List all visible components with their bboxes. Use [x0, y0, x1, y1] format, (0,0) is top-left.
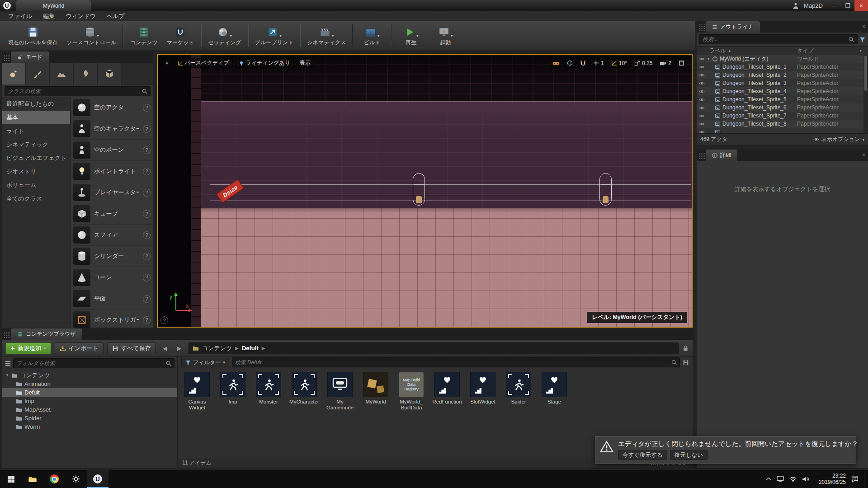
tab-modes[interactable]: モード — [11, 52, 49, 63]
eye-icon[interactable] — [699, 80, 705, 86]
tree-folder-mapasset[interactable]: MapAsset — [2, 405, 177, 414]
eye-icon[interactable] — [699, 121, 705, 127]
show-desktop-strip[interactable] — [864, 470, 866, 488]
forward-button[interactable]: ▶ — [174, 343, 185, 353]
launch-button[interactable]: ▾ 起動 — [428, 23, 462, 48]
help-icon[interactable]: ? — [143, 146, 151, 154]
asset-search-input[interactable] — [232, 357, 680, 367]
import-button[interactable]: インポート — [55, 343, 104, 354]
scrollbar-thumb[interactable] — [864, 56, 867, 91]
outliner-row[interactable]: Dungeon_Tileset_Sprite_8PaperSpriteActor — [697, 120, 863, 128]
asset-myworld[interactable]: MyWorld — [361, 372, 391, 405]
breadcrumb-root[interactable]: コンテンツ — [202, 344, 232, 352]
chrome-button[interactable] — [43, 470, 65, 488]
category-cinematic[interactable]: シネマティック — [2, 138, 70, 151]
blueprints-button[interactable]: ▾ ブループリント — [250, 23, 298, 48]
start-button[interactable] — [0, 470, 22, 488]
view-options-button[interactable]: 表示オプション ▾ — [813, 136, 864, 143]
play-button[interactable]: ▾ 再生 — [394, 23, 428, 48]
outliner-row[interactable]: Dungeon_Tileset_Sprite_1PaperSpriteActor — [697, 63, 863, 71]
character-capsule[interactable] — [599, 173, 612, 206]
asset-slotwidget[interactable]: SlotWidget — [468, 372, 498, 405]
help-icon[interactable]: ? — [143, 295, 151, 303]
eye-icon[interactable] — [699, 105, 705, 111]
marketplace-button[interactable]: マーケット — [162, 23, 199, 48]
help-icon[interactable]: ? — [143, 274, 151, 282]
sources-toggle-icon[interactable] — [5, 360, 11, 367]
place-cube[interactable]: キューブ? — [71, 203, 153, 225]
world-transform-button[interactable] — [564, 58, 576, 68]
place-empty-character[interactable]: 空のキャラクター? — [71, 118, 153, 140]
help-icon[interactable]: ? — [143, 316, 151, 324]
filters-button[interactable]: フィルター ▾ — [181, 358, 229, 367]
tab-outliner[interactable]: アウトライナ — [706, 21, 760, 33]
network-tray-icon[interactable] — [789, 476, 797, 482]
settings-button[interactable]: ▾ セッティング — [203, 23, 246, 48]
category-all-classes[interactable]: 全てのクラス — [2, 192, 70, 206]
column-label-header[interactable]: ラベル — [709, 47, 726, 55]
drag-grip-icon[interactable] — [4, 331, 10, 338]
asset-stage[interactable]: Stage — [539, 372, 569, 405]
outliner-scrollbar[interactable] — [863, 55, 868, 133]
outliner-row[interactable]: Dungeon_Tileset_Sprite_3PaperSpriteActor — [697, 79, 863, 87]
cinematics-button[interactable]: ▾ シネマティクス — [302, 23, 350, 48]
drag-grip-icon[interactable] — [698, 152, 705, 160]
help-icon[interactable]: ? — [143, 231, 151, 239]
back-button[interactable]: ◀ — [160, 343, 170, 353]
scale-snap-button[interactable]: 0.25 — [632, 58, 655, 68]
help-icon[interactable]: ? — [143, 253, 151, 260]
gamepad-toggle-button[interactable] — [550, 58, 562, 68]
help-icon[interactable]: ? — [143, 189, 151, 197]
mode-foliage-tab[interactable] — [74, 63, 98, 84]
menu-window[interactable]: ウィンドウ — [61, 11, 100, 21]
asset-canvaswidget[interactable]: Canvas Widget — [182, 372, 212, 411]
category-volumes[interactable]: ボリューム — [2, 178, 70, 192]
person-icon[interactable] — [792, 2, 799, 9]
tree-folder-defult[interactable]: Defult — [2, 388, 177, 397]
level-viewport[interactable]: Dsize ▾ パースペクティブ ライティングあり 表示 1 — [157, 54, 693, 328]
viewport-options-button[interactable]: ▾ — [162, 58, 172, 68]
settings-taskbar-button[interactable] — [65, 470, 87, 488]
character-capsule[interactable] — [413, 173, 425, 206]
asset-myworld-builtdata[interactable]: Map Build Data Registry MyWorld_ BuiltDa… — [396, 372, 426, 411]
rotation-snap-button[interactable]: 10° — [609, 58, 630, 68]
tree-folder-content[interactable]: ▼コンテンツ — [2, 371, 177, 380]
file-explorer-button[interactable] — [22, 470, 43, 488]
show-button[interactable]: 表示 — [296, 58, 314, 68]
help-icon[interactable]: ? — [143, 168, 151, 175]
menu-help[interactable]: ヘルプ — [102, 11, 129, 21]
eye-icon[interactable] — [699, 56, 705, 62]
eye-icon[interactable] — [699, 64, 705, 70]
drag-grip-icon[interactable] — [4, 54, 10, 61]
lit-mode-button[interactable]: ライティングあり — [235, 58, 294, 68]
mode-paint-tab[interactable] — [26, 63, 50, 84]
build-button[interactable]: ▾ ビルド — [355, 23, 389, 48]
restore-now-button[interactable]: 今すぐ復元する — [618, 450, 667, 460]
eye-icon[interactable] — [699, 72, 705, 78]
category-lights[interactable]: ライト — [2, 124, 70, 138]
tree-folder-worm[interactable]: Worm — [2, 422, 177, 431]
category-geometry[interactable]: ジオメトリ — [2, 165, 70, 178]
add-new-button[interactable]: 新規追加 ▾ — [5, 343, 51, 354]
chevron-down-icon[interactable]: ▾ — [859, 48, 862, 53]
asset-mycharacter[interactable]: MyCharacter — [289, 372, 319, 405]
expand-arrow-icon[interactable]: ▼ — [5, 373, 9, 377]
taskbar-clock[interactable]: 23:22 2019/06/25 — [814, 473, 846, 485]
drag-grip-icon[interactable] — [698, 24, 705, 31]
category-visual-effects[interactable]: ビジュアルエフェクト — [2, 151, 70, 165]
outliner-row-world[interactable]: ▼ MyWorld (エディタ) ワールド — [697, 55, 863, 63]
surface-snap-button[interactable] — [577, 58, 589, 68]
perspective-button[interactable]: パースペクティブ — [174, 58, 233, 68]
save-search-icon[interactable] — [683, 359, 689, 366]
mode-landscape-tab[interactable] — [50, 63, 74, 84]
help-icon[interactable]: ? — [143, 125, 151, 133]
asset-mygamemode[interactable]: My Gamemode — [325, 372, 355, 411]
save-all-button[interactable]: すべて保存 — [107, 343, 156, 354]
place-empty-pawn[interactable]: 空のポーン? — [71, 140, 153, 161]
menu-file[interactable]: ファイル — [4, 11, 37, 21]
place-plane[interactable]: 平面? — [71, 288, 153, 310]
outliner-search-input[interactable] — [699, 34, 858, 44]
outliner-row-partial[interactable] — [697, 128, 863, 133]
tree-folder-animation[interactable]: Animation — [2, 380, 177, 388]
filter-icon[interactable] — [859, 37, 865, 42]
